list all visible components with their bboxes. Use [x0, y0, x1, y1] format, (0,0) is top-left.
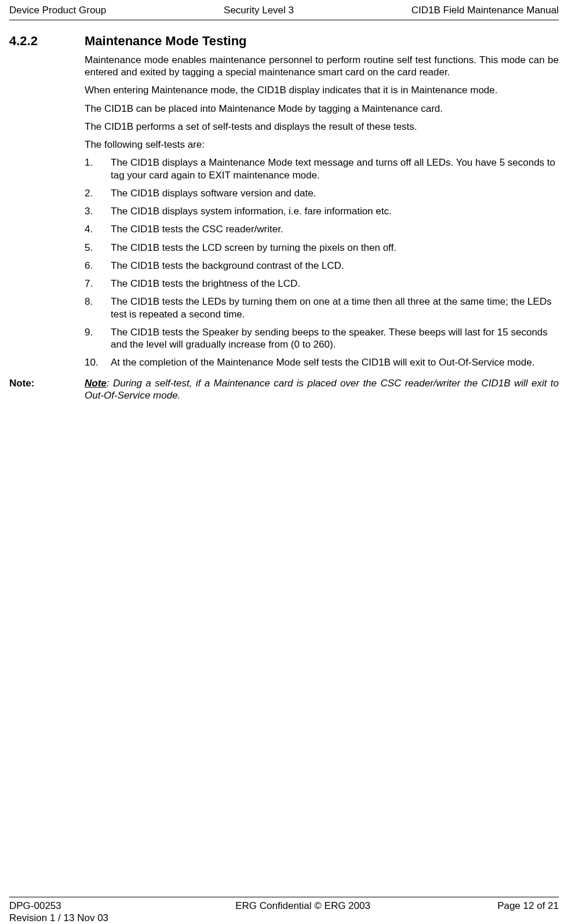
page-header: Device Product Group Security Level 3 CI… — [9, 4, 559, 20]
list-item: 6. The CID1B tests the background contra… — [85, 260, 559, 272]
list-text: The CID1B tests the background contrast … — [111, 260, 559, 272]
list-text: The CID1B displays a Maintenance Mode te… — [111, 156, 559, 181]
list-num: 8. — [85, 295, 111, 320]
list-text: The CID1B tests the brightness of the LC… — [111, 277, 559, 290]
header-left: Device Product Group — [9, 4, 106, 16]
list-num: 10. — [85, 356, 111, 368]
list-num: 5. — [85, 242, 111, 254]
list-text: The CID1B tests the Speaker by sending b… — [111, 326, 559, 351]
note: Note: Note: During a self-test, if a Mai… — [9, 377, 559, 402]
list-item: 5. The CID1B tests the LCD screen by tur… — [85, 242, 559, 254]
list-text: The CID1B tests the LEDs by turning them… — [111, 295, 559, 320]
section-number: 4.2.2 — [9, 33, 85, 49]
footer-center: ERG Confidential © ERG 2003 — [235, 900, 370, 925]
content: 4.2.2 Maintenance Mode Testing Maintenan… — [9, 33, 559, 401]
list-item: 10. At the completion of the Maintenance… — [85, 356, 559, 368]
list-item: 3. The CID1B displays system information… — [85, 205, 559, 217]
list-num: 2. — [85, 187, 111, 199]
note-side-label: Note: — [9, 377, 85, 389]
section-title: Maintenance Mode Testing — [85, 33, 247, 49]
page: Device Product Group Security Level 3 CI… — [0, 0, 568, 924]
list-item: 8. The CID1B tests the LEDs by turning t… — [85, 295, 559, 320]
list-num: 3. — [85, 205, 111, 217]
section-heading: 4.2.2 Maintenance Mode Testing — [9, 33, 559, 49]
paragraph: The CID1B performs a set of self-tests a… — [85, 120, 559, 133]
list-text: At the completion of the Maintenance Mod… — [111, 356, 559, 368]
list-num: 4. — [85, 223, 111, 235]
paragraph: The following self-tests are: — [85, 138, 559, 151]
list-item: 9. The CID1B tests the Speaker by sendin… — [85, 326, 559, 351]
list-item: 4. The CID1B tests the CSC reader/writer… — [85, 223, 559, 235]
footer-left: DPG-00253 Revision 1 / 13 Nov 03 — [9, 900, 108, 925]
list-num: 9. — [85, 326, 111, 351]
list-item: 1. The CID1B displays a Maintenance Mode… — [85, 156, 559, 181]
paragraph: The CID1B can be placed into Maintenance… — [85, 103, 559, 115]
list-text: The CID1B tests the CSC reader/writer. — [111, 223, 559, 235]
list-text: The CID1B tests the LCD screen by turnin… — [111, 242, 559, 254]
footer-right: Page 12 of 21 — [497, 900, 559, 925]
paragraph: Maintenance mode enables maintenance per… — [85, 54, 559, 79]
list-num: 7. — [85, 277, 111, 290]
list-text: The CID1B displays software version and … — [111, 187, 559, 199]
footer-doc-id: DPG-00253 — [9, 900, 108, 912]
list-num: 6. — [85, 260, 111, 272]
header-center: Security Level 3 — [224, 4, 294, 16]
header-right: CID1B Field Maintenance Manual — [412, 4, 559, 16]
list-item: 7. The CID1B tests the brightness of the… — [85, 277, 559, 290]
note-text: : During a self-test, if a Maintenance c… — [85, 378, 559, 401]
list-num: 1. — [85, 156, 111, 181]
note-inline-label: Note — [85, 378, 107, 389]
page-footer: DPG-00253 Revision 1 / 13 Nov 03 ERG Con… — [9, 897, 559, 925]
footer-revision: Revision 1 / 13 Nov 03 — [9, 912, 108, 924]
paragraph: When entering Maintenance mode, the CID1… — [85, 84, 559, 96]
list-item: 2. The CID1B displays software version a… — [85, 187, 559, 199]
list-text: The CID1B displays system information, i… — [111, 205, 559, 217]
note-body: Note: During a self-test, if a Maintenan… — [85, 377, 559, 402]
